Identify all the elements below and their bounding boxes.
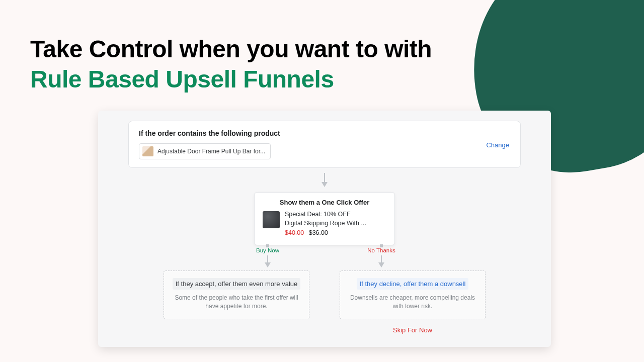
trigger-product-chip[interactable]: Adjustable Door Frame Pull Up Bar for... — [139, 143, 271, 159]
arrow-down-icon — [377, 255, 385, 268]
change-product-link[interactable]: Change — [486, 141, 509, 149]
branch-decline: No Thanks — [375, 244, 388, 268]
accept-desc: Some of the people who take the first of… — [171, 294, 302, 311]
offer-card[interactable]: Show them a One Click Offer Special Deal… — [254, 192, 395, 245]
offer-product-line: Digital Skipping Rope With ... — [285, 219, 366, 228]
branch-buy: Buy Now — [261, 244, 274, 268]
branch-no-label: No Thanks — [367, 247, 395, 253]
headline-line1: Take Control when you want to with — [30, 36, 432, 62]
arrow-down-icon — [264, 255, 272, 268]
offer-product-image — [263, 211, 280, 228]
product-thumb-icon — [142, 146, 153, 156]
offer-card-title: Show them a One Click Offer — [263, 199, 386, 206]
headline-line2: Rule Based Upsell Funnels — [30, 66, 334, 93]
offer-new-price: $36.00 — [309, 229, 328, 236]
accept-heading: If they accept, offer them even more val… — [173, 278, 301, 290]
arrow-down-icon — [320, 173, 329, 188]
trigger-product-name: Adjustable Door Frame Pull Up Bar for... — [157, 148, 265, 155]
page-headline: Take Control when you want to with Rule … — [30, 34, 432, 95]
offer-deal-line: Special Deal: 10% OFF — [285, 210, 366, 219]
funnel-editor-panel: If the order contains the following prod… — [98, 111, 551, 347]
branch-buy-label: Buy Now — [256, 247, 279, 253]
accept-outcome-card[interactable]: If they accept, offer them even more val… — [164, 270, 309, 320]
decline-desc: Downsells are cheaper, more compelling d… — [347, 294, 478, 311]
skip-for-now-link[interactable]: Skip For Now — [340, 326, 486, 334]
decline-heading: If they decline, offer them a downsell — [357, 278, 469, 290]
offer-old-price: $40.00 — [285, 229, 304, 236]
offer-text-block: Special Deal: 10% OFF Digital Skipping R… — [285, 210, 366, 238]
trigger-title: If the order contains the following prod… — [139, 129, 510, 137]
decline-outcome-card[interactable]: If they decline, offer them a downsell D… — [340, 270, 486, 320]
trigger-card: If the order contains the following prod… — [128, 121, 521, 168]
